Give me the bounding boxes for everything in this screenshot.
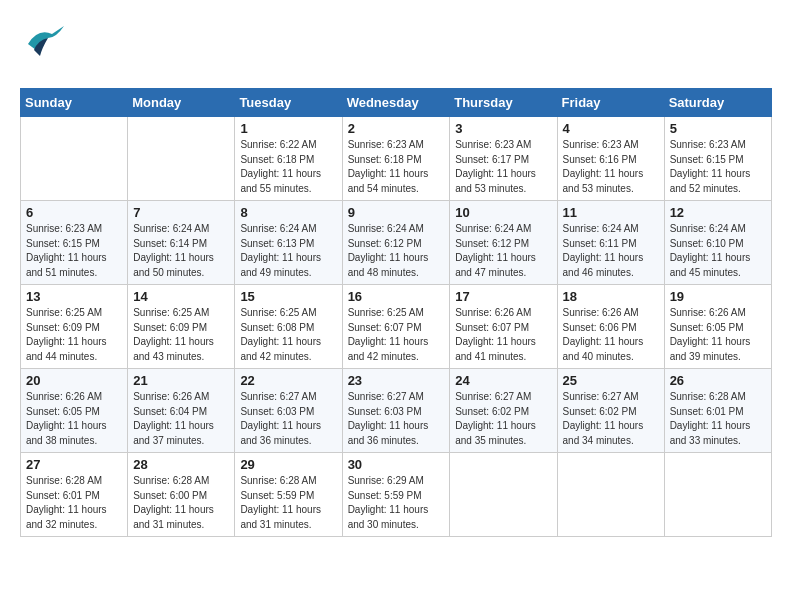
calendar-week-5: 27Sunrise: 6:28 AM Sunset: 6:01 PM Dayli… [21, 453, 772, 537]
day-number: 15 [240, 289, 336, 304]
day-info: Sunrise: 6:23 AM Sunset: 6:18 PM Dayligh… [348, 138, 445, 196]
calendar-cell: 19Sunrise: 6:26 AM Sunset: 6:05 PM Dayli… [664, 285, 771, 369]
day-number: 3 [455, 121, 551, 136]
day-info: Sunrise: 6:27 AM Sunset: 6:02 PM Dayligh… [455, 390, 551, 448]
day-number: 21 [133, 373, 229, 388]
calendar-week-3: 13Sunrise: 6:25 AM Sunset: 6:09 PM Dayli… [21, 285, 772, 369]
day-number: 2 [348, 121, 445, 136]
calendar-cell: 21Sunrise: 6:26 AM Sunset: 6:04 PM Dayli… [128, 369, 235, 453]
calendar-cell: 11Sunrise: 6:24 AM Sunset: 6:11 PM Dayli… [557, 201, 664, 285]
calendar-cell: 27Sunrise: 6:28 AM Sunset: 6:01 PM Dayli… [21, 453, 128, 537]
weekday-header-friday: Friday [557, 89, 664, 117]
calendar-cell: 12Sunrise: 6:24 AM Sunset: 6:10 PM Dayli… [664, 201, 771, 285]
calendar-table: SundayMondayTuesdayWednesdayThursdayFrid… [20, 88, 772, 537]
day-number: 18 [563, 289, 659, 304]
weekday-header-tuesday: Tuesday [235, 89, 342, 117]
day-info: Sunrise: 6:23 AM Sunset: 6:16 PM Dayligh… [563, 138, 659, 196]
day-number: 17 [455, 289, 551, 304]
day-info: Sunrise: 6:26 AM Sunset: 6:06 PM Dayligh… [563, 306, 659, 364]
day-number: 26 [670, 373, 766, 388]
calendar-cell: 26Sunrise: 6:28 AM Sunset: 6:01 PM Dayli… [664, 369, 771, 453]
day-info: Sunrise: 6:26 AM Sunset: 6:05 PM Dayligh… [26, 390, 122, 448]
weekday-header-row: SundayMondayTuesdayWednesdayThursdayFrid… [21, 89, 772, 117]
day-number: 20 [26, 373, 122, 388]
weekday-header-sunday: Sunday [21, 89, 128, 117]
day-info: Sunrise: 6:24 AM Sunset: 6:14 PM Dayligh… [133, 222, 229, 280]
day-number: 25 [563, 373, 659, 388]
calendar-cell: 2Sunrise: 6:23 AM Sunset: 6:18 PM Daylig… [342, 117, 450, 201]
day-info: Sunrise: 6:25 AM Sunset: 6:08 PM Dayligh… [240, 306, 336, 364]
day-number: 16 [348, 289, 445, 304]
day-number: 6 [26, 205, 122, 220]
day-info: Sunrise: 6:28 AM Sunset: 6:01 PM Dayligh… [670, 390, 766, 448]
day-number: 12 [670, 205, 766, 220]
day-info: Sunrise: 6:23 AM Sunset: 6:15 PM Dayligh… [26, 222, 122, 280]
day-info: Sunrise: 6:24 AM Sunset: 6:12 PM Dayligh… [348, 222, 445, 280]
day-number: 4 [563, 121, 659, 136]
day-number: 29 [240, 457, 336, 472]
day-number: 23 [348, 373, 445, 388]
day-number: 5 [670, 121, 766, 136]
logo-icon [20, 20, 68, 68]
day-number: 27 [26, 457, 122, 472]
day-info: Sunrise: 6:25 AM Sunset: 6:09 PM Dayligh… [133, 306, 229, 364]
calendar-cell [450, 453, 557, 537]
calendar-cell: 1Sunrise: 6:22 AM Sunset: 6:18 PM Daylig… [235, 117, 342, 201]
day-info: Sunrise: 6:24 AM Sunset: 6:10 PM Dayligh… [670, 222, 766, 280]
day-number: 24 [455, 373, 551, 388]
day-info: Sunrise: 6:22 AM Sunset: 6:18 PM Dayligh… [240, 138, 336, 196]
weekday-header-thursday: Thursday [450, 89, 557, 117]
logo [20, 20, 70, 72]
day-info: Sunrise: 6:24 AM Sunset: 6:11 PM Dayligh… [563, 222, 659, 280]
day-info: Sunrise: 6:26 AM Sunset: 6:05 PM Dayligh… [670, 306, 766, 364]
calendar-cell: 15Sunrise: 6:25 AM Sunset: 6:08 PM Dayli… [235, 285, 342, 369]
calendar-week-1: 1Sunrise: 6:22 AM Sunset: 6:18 PM Daylig… [21, 117, 772, 201]
day-number: 28 [133, 457, 229, 472]
calendar-cell: 23Sunrise: 6:27 AM Sunset: 6:03 PM Dayli… [342, 369, 450, 453]
day-number: 13 [26, 289, 122, 304]
day-info: Sunrise: 6:25 AM Sunset: 6:07 PM Dayligh… [348, 306, 445, 364]
weekday-header-saturday: Saturday [664, 89, 771, 117]
day-info: Sunrise: 6:27 AM Sunset: 6:03 PM Dayligh… [348, 390, 445, 448]
calendar-cell: 30Sunrise: 6:29 AM Sunset: 5:59 PM Dayli… [342, 453, 450, 537]
calendar-cell: 3Sunrise: 6:23 AM Sunset: 6:17 PM Daylig… [450, 117, 557, 201]
calendar-cell: 18Sunrise: 6:26 AM Sunset: 6:06 PM Dayli… [557, 285, 664, 369]
page-header [20, 20, 772, 72]
day-info: Sunrise: 6:25 AM Sunset: 6:09 PM Dayligh… [26, 306, 122, 364]
day-info: Sunrise: 6:28 AM Sunset: 6:00 PM Dayligh… [133, 474, 229, 532]
calendar-cell [557, 453, 664, 537]
day-number: 7 [133, 205, 229, 220]
calendar-cell: 17Sunrise: 6:26 AM Sunset: 6:07 PM Dayli… [450, 285, 557, 369]
day-number: 10 [455, 205, 551, 220]
day-number: 9 [348, 205, 445, 220]
calendar-cell [664, 453, 771, 537]
day-info: Sunrise: 6:26 AM Sunset: 6:04 PM Dayligh… [133, 390, 229, 448]
day-info: Sunrise: 6:29 AM Sunset: 5:59 PM Dayligh… [348, 474, 445, 532]
calendar-cell: 14Sunrise: 6:25 AM Sunset: 6:09 PM Dayli… [128, 285, 235, 369]
day-number: 19 [670, 289, 766, 304]
calendar-cell: 6Sunrise: 6:23 AM Sunset: 6:15 PM Daylig… [21, 201, 128, 285]
weekday-header-wednesday: Wednesday [342, 89, 450, 117]
day-info: Sunrise: 6:28 AM Sunset: 6:01 PM Dayligh… [26, 474, 122, 532]
day-number: 14 [133, 289, 229, 304]
calendar-cell: 28Sunrise: 6:28 AM Sunset: 6:00 PM Dayli… [128, 453, 235, 537]
calendar-week-4: 20Sunrise: 6:26 AM Sunset: 6:05 PM Dayli… [21, 369, 772, 453]
calendar-cell: 10Sunrise: 6:24 AM Sunset: 6:12 PM Dayli… [450, 201, 557, 285]
calendar-cell [21, 117, 128, 201]
calendar-cell: 29Sunrise: 6:28 AM Sunset: 5:59 PM Dayli… [235, 453, 342, 537]
day-number: 22 [240, 373, 336, 388]
day-number: 11 [563, 205, 659, 220]
calendar-cell: 5Sunrise: 6:23 AM Sunset: 6:15 PM Daylig… [664, 117, 771, 201]
day-info: Sunrise: 6:23 AM Sunset: 6:15 PM Dayligh… [670, 138, 766, 196]
calendar-cell: 16Sunrise: 6:25 AM Sunset: 6:07 PM Dayli… [342, 285, 450, 369]
calendar-cell: 9Sunrise: 6:24 AM Sunset: 6:12 PM Daylig… [342, 201, 450, 285]
calendar-cell: 20Sunrise: 6:26 AM Sunset: 6:05 PM Dayli… [21, 369, 128, 453]
calendar-cell: 13Sunrise: 6:25 AM Sunset: 6:09 PM Dayli… [21, 285, 128, 369]
day-info: Sunrise: 6:27 AM Sunset: 6:02 PM Dayligh… [563, 390, 659, 448]
day-number: 30 [348, 457, 445, 472]
day-info: Sunrise: 6:28 AM Sunset: 5:59 PM Dayligh… [240, 474, 336, 532]
day-number: 1 [240, 121, 336, 136]
day-info: Sunrise: 6:24 AM Sunset: 6:13 PM Dayligh… [240, 222, 336, 280]
day-info: Sunrise: 6:27 AM Sunset: 6:03 PM Dayligh… [240, 390, 336, 448]
calendar-cell: 8Sunrise: 6:24 AM Sunset: 6:13 PM Daylig… [235, 201, 342, 285]
